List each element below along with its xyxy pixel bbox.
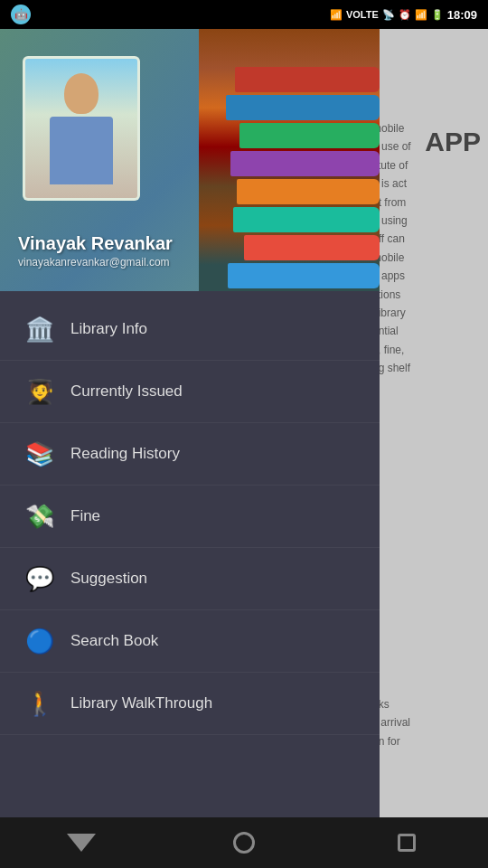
suggestion-icon-wrap: 💬 <box>18 561 61 597</box>
back-icon <box>67 834 96 852</box>
back-button[interactable] <box>54 825 108 861</box>
fine-icon: 💸 <box>25 505 54 528</box>
library-info-icon-wrap: 🏛️ <box>18 311 61 347</box>
profile-photo-placeholder <box>25 59 137 198</box>
signal-icon: 📶 <box>415 9 427 21</box>
bg-text-top: mobile e use of titute of p is act nt fr… <box>372 119 481 377</box>
person-head <box>64 73 99 114</box>
person-silhouette <box>50 73 113 184</box>
currently-issued-icon: 🧑‍🎓 <box>25 380 54 403</box>
books-background <box>199 29 380 291</box>
status-bar-right: 📶 VOLTE 📡 ⏰ 📶 🔋 18:09 <box>330 8 477 22</box>
alarm-icon: ⏰ <box>399 9 411 21</box>
menu-item-currently-issued[interactable]: 🧑‍🎓 Currently Issued <box>0 361 380 423</box>
recents-button[interactable] <box>380 825 434 861</box>
menu-label-reading-history: Reading History <box>70 445 180 463</box>
menu-item-reading-history[interactable]: 📚 Reading History <box>0 423 380 486</box>
library-info-icon: 🏛️ <box>25 317 54 341</box>
menu-label-library-walkthrough: Library WalkThrough <box>70 694 212 712</box>
sim-icon: 📶 <box>330 9 343 21</box>
navigation-drawer: Vinayak Revankar vinayakanrevankar@gmail… <box>0 29 380 868</box>
menu-item-search-book[interactable]: 🔵 Search Book <box>0 610 380 673</box>
menu-label-search-book: Search Book <box>70 632 158 650</box>
search-book-icon: 🔵 <box>25 629 54 653</box>
search-book-icon-wrap: 🔵 <box>18 623 61 659</box>
menu-label-library-info: Library Info <box>70 320 147 338</box>
volte-label: VOLTE <box>346 9 379 20</box>
menu-list: 🏛️ Library Info 🧑‍🎓 Currently Issued 📚 R… <box>0 291 380 868</box>
reading-history-icon-wrap: 📚 <box>18 436 61 472</box>
wifi-icon: 📡 <box>382 9 395 21</box>
profile-name: Vinayak Revankar <box>18 233 173 254</box>
menu-label-fine: Fine <box>70 507 100 525</box>
status-bar: 🤖 📶 VOLTE 📡 ⏰ 📶 🔋 18:09 <box>0 0 488 29</box>
profile-info: Vinayak Revankar vinayakanrevankar@gmail… <box>18 233 173 269</box>
profile-header: Vinayak Revankar vinayakanrevankar@gmail… <box>0 29 380 291</box>
android-icon: 🤖 <box>11 5 31 24</box>
menu-label-suggestion: Suggestion <box>70 570 147 588</box>
library-walkthrough-icon: 🚶 <box>25 692 54 715</box>
home-button[interactable] <box>217 825 271 861</box>
reading-history-icon: 📚 <box>25 442 54 466</box>
bg-text-bottom: oks y arrival on for <box>372 695 481 750</box>
menu-item-library-walkthrough[interactable]: 🚶 Library WalkThrough <box>0 673 380 735</box>
book-stack <box>217 29 380 291</box>
person-body <box>50 117 113 184</box>
battery-icon: 🔋 <box>431 9 444 21</box>
menu-label-currently-issued: Currently Issued <box>70 382 183 401</box>
home-icon <box>233 832 255 854</box>
status-bar-left: 🤖 <box>11 5 31 24</box>
time-display: 18:09 <box>447 8 477 22</box>
menu-item-library-info[interactable]: 🏛️ Library Info <box>0 298 380 361</box>
profile-email: vinayakanrevankar@gmail.com <box>18 256 173 269</box>
navigation-bar <box>0 817 488 868</box>
suggestion-icon: 💬 <box>25 567 54 590</box>
menu-item-fine[interactable]: 💸 Fine <box>0 486 380 548</box>
library-walkthrough-icon-wrap: 🚶 <box>18 685 61 722</box>
profile-photo <box>23 56 140 201</box>
recents-icon <box>398 834 416 852</box>
fine-icon-wrap: 💸 <box>18 498 61 534</box>
currently-issued-icon-wrap: 🧑‍🎓 <box>18 373 61 410</box>
main-container: APP mobile e use of titute of p is act n… <box>0 29 488 868</box>
menu-item-suggestion[interactable]: 💬 Suggestion <box>0 548 380 610</box>
